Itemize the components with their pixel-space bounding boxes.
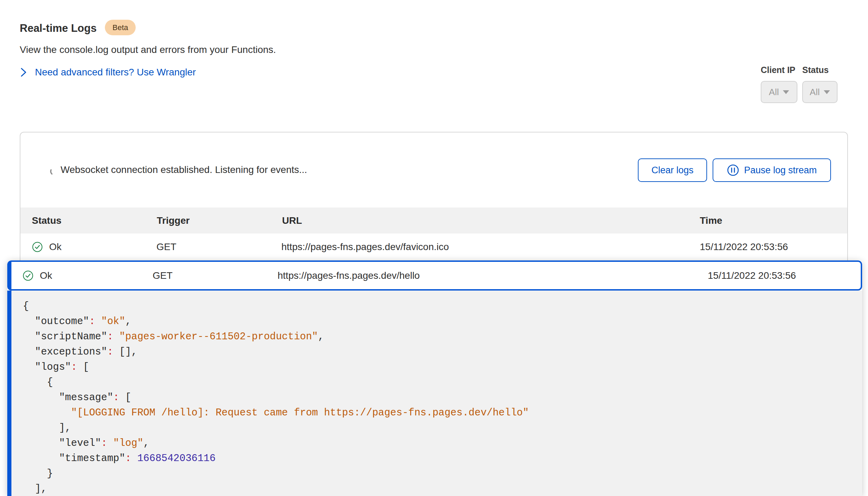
beta-badge: Beta [105,20,136,35]
caret-down-icon [783,90,789,94]
json-line: "level": "log", [23,436,862,451]
url-cell: https://pages-fns.pages.dev/favicon.ico [281,233,449,260]
column-header-url: URL [282,208,302,233]
client-ip-filter-label: Client IP [761,65,795,75]
status-filter-dropdown[interactable]: All [802,81,838,103]
json-line: "message": [ [23,390,862,405]
status-label: Ok [40,270,52,281]
json-line: "logs": [ [23,360,862,375]
page-title: Real-time Logs [20,22,97,35]
client-ip-filter-value: All [769,87,779,98]
pause-log-stream-button[interactable]: Pause log stream [713,158,831,182]
log-table-row[interactable]: Ok GET https://pages-fns.pages.dev/favic… [20,233,847,260]
client-ip-filter-dropdown[interactable]: All [761,81,797,103]
trigger-cell: GET [153,262,173,289]
json-line: "[LOGGING FROM /hello]: Request came fro… [23,405,862,421]
status-cell: Ok [32,233,62,260]
json-line: } [23,466,862,481]
websocket-status-message: Websocket connection established. Listen… [61,164,307,175]
json-line: "timestamp": 1668542036116 [23,451,862,466]
json-line: ], [23,421,862,436]
json-line: ], [23,481,862,496]
status-label: Ok [49,241,62,252]
check-circle-icon [22,270,34,281]
trigger-cell: GET [156,233,177,260]
pause-circle-icon [727,164,739,176]
chevron-right-icon [20,67,27,77]
status-cell: Ok [22,262,52,289]
clear-logs-button[interactable]: Clear logs [638,158,707,182]
json-line: { [23,375,862,390]
status-filter-value: All [810,87,820,98]
status-filter-label: Status [802,65,829,75]
column-header-status: Status [32,208,62,233]
column-header-time: Time [700,208,722,233]
log-table-header: Status Trigger URL Time [20,208,847,233]
time-cell: 15/11/2022 20:53:56 [708,262,796,289]
column-header-trigger: Trigger [157,208,190,233]
json-line: { [23,299,862,314]
clear-logs-label: Clear logs [651,165,694,176]
expanded-log-card: Ok GET https://pages-fns.pages.dev/hello… [7,260,862,496]
json-line: "outcome": "ok", [23,314,862,329]
pause-stream-label: Pause log stream [744,165,817,176]
json-line: "scriptName": "pages-worker--611502-prod… [23,329,862,345]
wrangler-link-label: Need advanced filters? Use Wrangler [35,67,196,78]
json-line: "exceptions": [], [23,345,862,360]
wrangler-advanced-filters-link[interactable]: Need advanced filters? Use Wrangler [20,67,196,78]
check-circle-icon [32,241,43,252]
caret-down-icon [824,90,830,94]
log-table-row-selected[interactable]: Ok GET https://pages-fns.pages.dev/hello… [7,260,862,291]
log-json-detail: { "outcome": "ok", "scriptName": "pages-… [7,291,862,496]
loading-spinner-icon [49,166,60,177]
url-cell: https://pages-fns.pages.dev/hello [278,262,420,289]
page-subtitle: View the console.log output and errors f… [20,44,276,55]
time-cell: 15/11/2022 20:53:56 [700,233,788,260]
websocket-status-bar: Websocket connection established. Listen… [20,132,847,208]
